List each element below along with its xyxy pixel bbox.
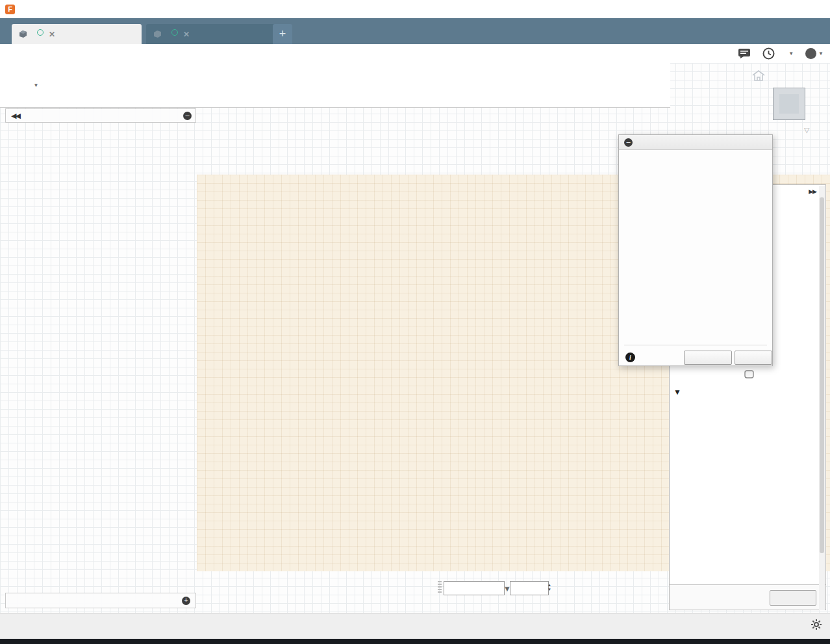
home-view-icon[interactable] (751, 69, 766, 82)
stop-sketch-button[interactable] (770, 590, 816, 606)
tab-close-icon[interactable]: ✕ (183, 30, 190, 39)
help-menu[interactable]: ▼ (805, 48, 824, 59)
tab-half-height-insert[interactable]: ✕ (12, 24, 142, 44)
canvas-navigation-bar (334, 593, 496, 609)
palette-scrollbar[interactable] (819, 186, 825, 610)
constraints-section-header[interactable]: ▼ (673, 388, 681, 397)
status-strip (0, 639, 830, 644)
3d-sketch-checkbox[interactable] (742, 370, 755, 380)
add-comment-icon[interactable]: + (182, 597, 190, 605)
comments-panel-header[interactable]: + (5, 593, 196, 608)
job-status-clock-icon[interactable] (762, 47, 775, 60)
tab-status-icon (171, 29, 178, 36)
comment-bubble-icon[interactable] (738, 48, 751, 59)
remove-panel-icon[interactable]: – (183, 112, 192, 120)
tab-close-icon[interactable]: ✕ (49, 30, 55, 39)
info-icon[interactable]: i (625, 353, 635, 362)
tab-small-storage[interactable]: ✕ (146, 24, 283, 44)
quick-access-toolbar (0, 44, 830, 63)
expand-panel-icon[interactable]: ▶▶ (809, 188, 816, 195)
timeline-settings-gear-icon[interactable] (811, 619, 822, 630)
3d-sketch-row[interactable] (670, 368, 819, 382)
ok-button[interactable] (684, 351, 732, 365)
viewcube[interactable] (773, 88, 805, 120)
title-bar: F (0, 0, 830, 18)
viewcube-face-label[interactable] (779, 94, 799, 114)
help-icon (805, 48, 816, 59)
workspace-selector[interactable]: ▼ (0, 63, 70, 107)
rectangular-pattern-dialog: – i (618, 134, 773, 366)
account-area: ▼ ▼ (738, 44, 824, 63)
ribbon-toolbar: ▼ (0, 63, 670, 108)
dialog-collapse-icon[interactable]: – (624, 138, 633, 147)
document-tab-bar: ✕ ✕ + (0, 18, 830, 44)
fusion-logo-icon: F (5, 5, 15, 14)
fusion-360-window: F ✕ ✕ + ▼ ▼ (0, 0, 830, 644)
cancel-button[interactable] (735, 351, 772, 365)
browser-panel-header[interactable]: ◀◀ – (5, 108, 196, 123)
new-tab-button[interactable]: + (273, 24, 292, 44)
palette-footer (670, 584, 825, 610)
quantity-spinner[interactable]: ▲▼ (546, 581, 553, 594)
field-drag-handle[interactable] (438, 581, 442, 593)
quantity-input[interactable] (510, 581, 549, 595)
tab-status-icon (37, 29, 44, 36)
dialog-header[interactable]: – (619, 135, 772, 150)
fx-dimension-marker: ▽ (804, 126, 809, 134)
document-cube-icon (153, 30, 162, 38)
document-cube-icon (18, 30, 28, 38)
collapse-panel-icon[interactable]: ◀◀ (11, 112, 19, 120)
timeline-bar (0, 613, 830, 639)
user-menu[interactable]: ▼ (786, 51, 794, 56)
